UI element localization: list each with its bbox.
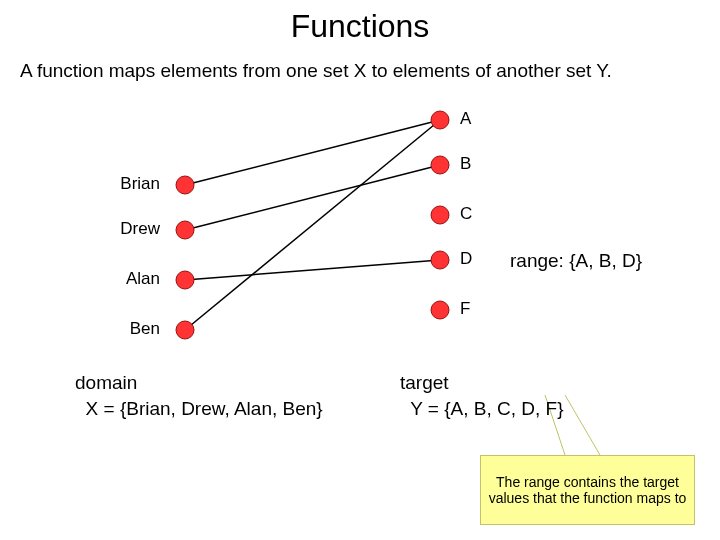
target-item-label: B <box>460 154 471 174</box>
target-item-label: F <box>460 299 470 319</box>
range-label: range: {A, B, D} <box>510 250 642 272</box>
node-dot <box>176 221 194 239</box>
page-title: Functions <box>0 8 720 45</box>
domain-item-label: Brian <box>100 174 160 194</box>
node-dot <box>176 271 194 289</box>
domain-item-label: Drew <box>100 219 160 239</box>
node-dot <box>431 156 449 174</box>
subtitle-text: A function maps elements from one set X … <box>20 60 612 82</box>
domain-set-label: domain X = {Brian, Drew, Alan, Ben} <box>75 370 323 421</box>
node-dot <box>176 176 194 194</box>
mapping-edge <box>185 120 440 185</box>
target-set-label-line2: Y = {A, B, C, D, F} <box>410 398 563 419</box>
mapping-edge <box>185 165 440 230</box>
domain-set-label-line1: domain <box>75 372 137 393</box>
node-dot <box>176 321 194 339</box>
node-dot <box>431 206 449 224</box>
node-dot <box>431 301 449 319</box>
mapping-edge <box>185 120 440 330</box>
target-item-label: C <box>460 204 472 224</box>
domain-item-label: Ben <box>100 319 160 339</box>
callout-pointer <box>565 395 600 455</box>
domain-set-label-line2: X = {Brian, Drew, Alan, Ben} <box>86 398 323 419</box>
range-callout: The range contains the target values tha… <box>480 455 695 525</box>
target-set-label: target Y = {A, B, C, D, F} <box>400 370 564 421</box>
target-set-label-line1: target <box>400 372 449 393</box>
target-item-label: D <box>460 249 472 269</box>
domain-item-label: Alan <box>100 269 160 289</box>
node-dot <box>431 251 449 269</box>
mapping-edge <box>185 260 440 280</box>
target-item-label: A <box>460 109 471 129</box>
range-callout-text: The range contains the target values tha… <box>487 474 688 506</box>
node-dot <box>431 111 449 129</box>
